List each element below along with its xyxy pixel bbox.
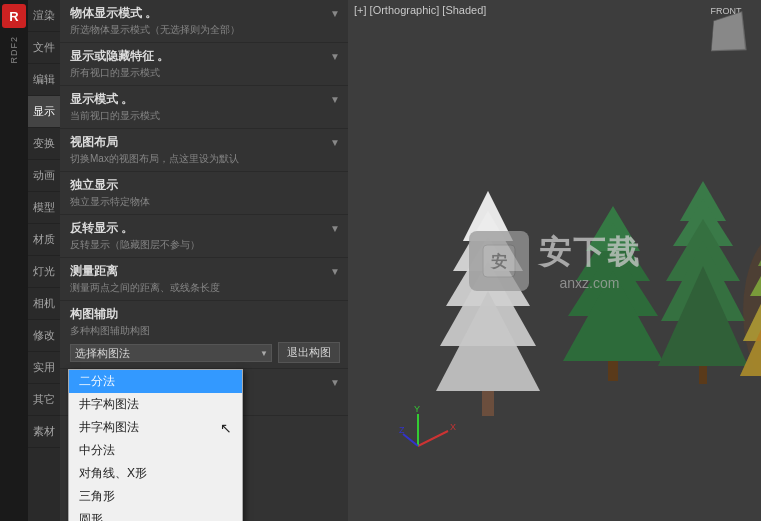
exit-compose-button[interactable]: 退出构图 (278, 342, 340, 363)
popup-item-2[interactable]: 井字构图法 ↖ (69, 416, 242, 439)
arrow-icon: ▼ (330, 8, 340, 19)
menu-item-display-mode2-title: 显示模式 。 ▼ (70, 91, 340, 108)
nav-cube[interactable]: FRONT (701, 6, 751, 56)
cursor-icon: ↖ (220, 420, 232, 436)
menu-item-invert-display-title: 反转显示 。 ▼ (70, 220, 340, 237)
popup-item-0[interactable]: 二分法 (69, 370, 242, 393)
svg-line-29 (403, 434, 418, 446)
svg-rect-18 (699, 366, 707, 384)
tab-animation[interactable]: 动画 (28, 160, 60, 192)
tab-transform[interactable]: 变换 (28, 128, 60, 160)
menu-item-sketch-helper-subtitle: 多种构图辅助构图 (70, 324, 340, 338)
tab-material[interactable]: 材质 (28, 224, 60, 256)
trees-scene (428, 181, 761, 461)
popup-item-1[interactable]: 井字构图法 (69, 393, 242, 416)
menu-item-invert-display-subtitle: 反转显示（隐藏图层不参与） (70, 238, 340, 252)
menu-item-show-hide[interactable]: 显示或隐藏特征 。 ▼ 所有视口的显示模式 (60, 43, 348, 86)
tree-tall (658, 181, 748, 384)
left-content: 渲染 文件 编辑 显示 变换 动画 模型 材质 灯光 相机 修改 实用 其它 素… (28, 0, 348, 521)
menu-list: 物体显示模式 。 ▼ 所选物体显示模式（无选择则为全部） 显示或隐藏特征 。 ▼… (60, 0, 348, 521)
app-sidebar: R RDF2 (0, 0, 28, 521)
sketch-select[interactable]: 选择构图法 二分法 井字构图法 中分法 对角线、X形 三角形 圆形 椭圆线、左上… (70, 344, 272, 362)
tab-material2[interactable]: 素材 (28, 416, 60, 448)
menu-item-display-mode-subtitle: 所选物体显示模式（无选择则为全部） (70, 23, 340, 37)
app-sublabel: RDF2 (9, 36, 19, 64)
menu-item-display-mode2-subtitle: 当前视口的显示模式 (70, 109, 340, 123)
gizmo-svg: X Y Z (398, 406, 458, 466)
tab-modify[interactable]: 修改 (28, 320, 60, 352)
sketch-dropdown-row: 选择构图法 二分法 井字构图法 中分法 对角线、X形 三角形 圆形 椭圆线、左上… (70, 342, 340, 363)
tab-light[interactable]: 灯光 (28, 256, 60, 288)
tab-display[interactable]: 显示 (28, 96, 60, 128)
menu-item-solo-display[interactable]: 独立显示 独立显示特定物体 (60, 172, 348, 215)
svg-line-27 (418, 431, 448, 446)
svg-marker-6 (463, 191, 513, 241)
menu-item-viewport-layout-title: 视图布局 ▼ (70, 134, 340, 151)
app-logo: R (2, 4, 26, 28)
menu-item-display-mode-title: 物体显示模式 。 ▼ (70, 5, 340, 22)
tree-snow (436, 191, 540, 416)
gizmo-x-label: X (450, 422, 456, 432)
nav-tabs: 渲染 文件 编辑 显示 变换 动画 模型 材质 灯光 相机 修改 实用 其它 素… (28, 0, 60, 521)
svg-rect-11 (608, 361, 618, 381)
tab-apply[interactable]: 实用 (28, 352, 60, 384)
arrow-icon: ▼ (330, 137, 340, 148)
tab-camera[interactable]: 相机 (28, 288, 60, 320)
tree-green (563, 206, 663, 381)
gizmo-y-label: Y (414, 406, 420, 414)
popup-item-6[interactable]: 圆形 (69, 508, 242, 521)
trees-svg (428, 181, 761, 461)
menu-item-measure-distance[interactable]: 测量距离 ▼ 测量两点之间的距离、或线条长度 (60, 258, 348, 301)
left-panel: 渲染 文件 编辑 显示 变换 动画 模型 材质 灯光 相机 修改 实用 其它 素… (28, 0, 348, 521)
menu-item-display-mode2[interactable]: 显示模式 。 ▼ 当前视口的显示模式 (60, 86, 348, 129)
menu-item-show-hide-subtitle: 所有视口的显示模式 (70, 66, 340, 80)
menu-item-viewport-layout-subtitle: 切换Max的视图布局，点这里设为默认 (70, 152, 340, 166)
arrow-icon: ▼ (330, 94, 340, 105)
menu-item-measure-distance-title: 测量距离 ▼ (70, 263, 340, 280)
menu-item-sketch-helper-title: 构图辅助 (70, 306, 340, 323)
popup-item-3[interactable]: 中分法 (69, 439, 242, 462)
menu-item-show-hide-title: 显示或隐藏特征 。 ▼ (70, 48, 340, 65)
gizmo: X Y Z (398, 406, 458, 466)
nav-cube-box[interactable] (711, 11, 747, 51)
menu-item-invert-display[interactable]: 反转显示 。 ▼ 反转显示（隐藏图层不参与） (60, 215, 348, 258)
tab-model[interactable]: 模型 (28, 192, 60, 224)
popup-item-4[interactable]: 对角线、X形 (69, 462, 242, 485)
sketch-select-wrapper: 选择构图法 二分法 井字构图法 中分法 对角线、X形 三角形 圆形 椭圆线、左上… (70, 344, 272, 362)
arrow-icon: ▼ (330, 223, 340, 234)
arrow-icon: ▼ (330, 377, 340, 388)
tab-other[interactable]: 其它 (28, 384, 60, 416)
svg-marker-12 (586, 206, 640, 251)
tree-autumn (740, 216, 761, 396)
arrow-icon: ▼ (330, 51, 340, 62)
menu-item-measure-distance-subtitle: 测量两点之间的距离、或线条长度 (70, 281, 340, 295)
svg-rect-5 (482, 391, 494, 416)
viewport-header: [+] [Orthographic] [Shaded] (354, 4, 486, 16)
tab-render[interactable]: 渲染 (28, 0, 60, 32)
popup-item-5[interactable]: 三角形 (69, 485, 242, 508)
menu-item-display-mode[interactable]: 物体显示模式 。 ▼ 所选物体显示模式（无选择则为全部） (60, 0, 348, 43)
menu-item-viewport-layout[interactable]: 视图布局 ▼ 切换Max的视图布局，点这里设为默认 (60, 129, 348, 172)
gizmo-z-label: Z (399, 425, 405, 435)
tab-edit[interactable]: 编辑 (28, 64, 60, 96)
sketch-dropdown-popup: 二分法 井字构图法 井字构图法 ↖ 中分法 对角线、X形 三角形 圆形 椭圆线、… (68, 369, 243, 521)
menu-item-sketch-helper[interactable]: 构图辅助 多种构图辅助构图 选择构图法 二分法 井字构图法 中分法 对角线、X形… (60, 301, 348, 369)
menu-item-solo-display-title: 独立显示 (70, 177, 340, 194)
menu-item-solo-display-subtitle: 独立显示特定物体 (70, 195, 340, 209)
viewport[interactable]: [+] [Orthographic] [Shaded] FRONT (348, 0, 761, 521)
tab-file[interactable]: 文件 (28, 32, 60, 64)
arrow-icon: ▼ (330, 266, 340, 277)
